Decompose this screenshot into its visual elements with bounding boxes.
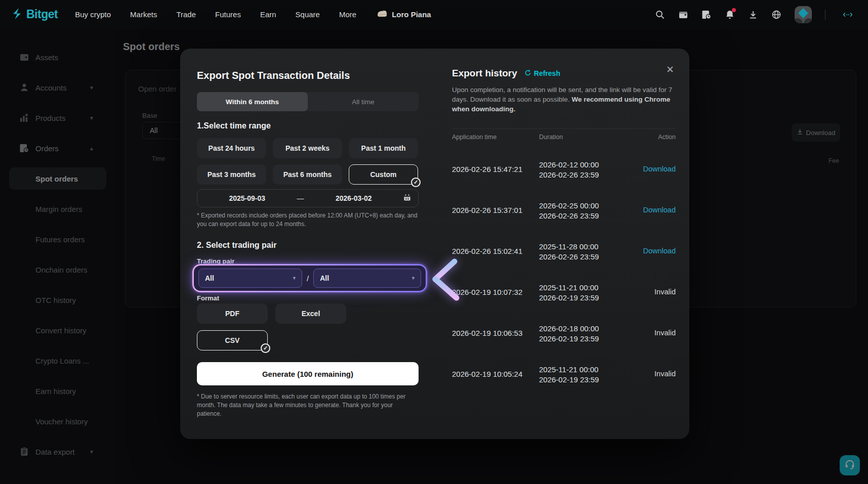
nav-item-more[interactable]: More <box>339 10 356 19</box>
time-scope-tabs: Within 6 months All time <box>197 92 419 111</box>
range-past-1-month[interactable]: Past 1 month <box>349 138 418 158</box>
check-icon: ✓ <box>261 343 270 353</box>
nav-menu: Buy crypto Markets Trade Futures Earn Sq… <box>75 10 356 19</box>
range-past-6-months[interactable]: Past 6 months <box>273 164 342 185</box>
format-excel[interactable]: Excel <box>275 303 346 324</box>
table-row: 2026-02-26 15:02:41 2025-11-28 00:002026… <box>452 241 676 263</box>
invalid-status: Invalid <box>654 329 676 337</box>
avatar[interactable] <box>795 6 812 23</box>
chevron-down-icon: ▼ <box>411 276 416 281</box>
history-title: Export history <box>452 68 517 79</box>
nav-item-trade[interactable]: Trade <box>176 10 196 19</box>
nav-divider <box>825 10 825 20</box>
history-table-header: Application time Duration Action <box>452 134 676 142</box>
generate-button[interactable]: Generate (100 remaining) <box>197 362 419 385</box>
expand-code-icon[interactable] <box>839 10 857 20</box>
time-range-section-title: 1.Select time range <box>197 121 271 130</box>
tab-within-6-months[interactable]: Within 6 months <box>197 92 308 111</box>
notification-dot <box>732 8 736 12</box>
time-range-note: * Exported records include orders placed… <box>197 211 419 229</box>
pair-separator: / <box>307 274 309 283</box>
range-past-24-hours[interactable]: Past 24 hours <box>197 138 266 158</box>
download-link[interactable]: Download <box>643 206 676 214</box>
annotation-arrow-left-icon <box>428 256 479 301</box>
nav-partner-label: Loro Piana <box>392 10 431 19</box>
bitget-logo-text: Bitget <box>26 8 58 21</box>
format-csv[interactable]: CSV ✓ <box>197 330 268 350</box>
calendar-icon <box>403 194 411 203</box>
quota-note: * Due to server resource limits, each us… <box>197 392 419 418</box>
pair-quote-select[interactable]: All ▼ <box>313 269 421 288</box>
avatar-diamond-icon <box>798 8 808 18</box>
wallet-icon[interactable] <box>678 10 688 20</box>
pair-base-select[interactable]: All ▼ <box>198 269 302 288</box>
range-past-3-months[interactable]: Past 3 months <box>197 164 266 185</box>
tab-all-time[interactable]: All time <box>308 92 419 111</box>
notifications-bell-icon[interactable] <box>725 10 735 20</box>
order-history-icon[interactable] <box>701 10 712 20</box>
refresh-icon <box>524 69 531 78</box>
table-row: 2026-02-26 15:47:21 2026-02-12 00:002026… <box>452 159 676 181</box>
date-start: 2025-09-03 <box>197 194 297 202</box>
date-end: 2026-03-02 <box>304 194 404 202</box>
bitget-logo[interactable]: Bitget <box>11 8 58 22</box>
check-icon: ✓ <box>411 178 421 187</box>
table-row: 2026-02-19 10:05:24 2025-11-21 00:002026… <box>452 364 676 386</box>
trading-pair-section-title: 2. Select trading pair <box>197 241 276 250</box>
modal-title: Export Spot Transaction Details <box>197 70 350 81</box>
nav-item-square[interactable]: Square <box>296 10 320 19</box>
download-icon[interactable] <box>748 10 758 20</box>
range-past-2-weeks[interactable]: Past 2 weeks <box>273 138 342 158</box>
invalid-status: Invalid <box>654 288 676 296</box>
invalid-status: Invalid <box>654 370 676 378</box>
download-link[interactable]: Download <box>643 165 676 173</box>
nav-item-markets[interactable]: Markets <box>130 10 157 19</box>
download-link[interactable]: Download <box>643 247 676 255</box>
nav-item-earn[interactable]: Earn <box>260 10 276 19</box>
nav-item-buy-crypto[interactable]: Buy crypto <box>75 10 111 19</box>
language-globe-icon[interactable] <box>771 10 781 20</box>
nav-partner-loro-piana[interactable]: Loro Piana <box>377 10 431 19</box>
trading-pair-highlight: All ▼ / All ▼ <box>192 264 427 292</box>
history-description: Upon completion, a notification will be … <box>452 85 676 114</box>
table-row: 2026-02-26 15:37:01 2026-02-25 00:002026… <box>452 200 676 222</box>
search-icon[interactable] <box>655 10 665 20</box>
nav-right-icons <box>655 6 857 23</box>
export-form: Export Spot Transaction Details Within 6… <box>197 49 419 439</box>
custom-date-range-field[interactable]: 2025-09-03 — 2026-03-02 <box>197 189 419 207</box>
export-modal: ✕ Export Spot Transaction Details Within… <box>180 49 689 439</box>
table-row: 2026-02-19 10:07:32 2025-11-21 00:002026… <box>452 282 676 304</box>
format-pdf[interactable]: PDF <box>197 303 268 324</box>
table-row: 2026-02-19 10:06:53 2026-02-18 00:002026… <box>452 323 676 345</box>
chevron-down-icon: ▼ <box>292 276 297 281</box>
bitget-logo-icon <box>11 8 23 22</box>
format-label: Format <box>197 294 219 302</box>
divider <box>452 128 676 129</box>
export-history: Export history Refresh Upon completion, … <box>452 49 676 439</box>
range-custom[interactable]: Custom ✓ <box>349 164 418 185</box>
top-navbar: Bitget Buy crypto Markets Trade Futures … <box>0 0 868 29</box>
nav-item-futures[interactable]: Futures <box>215 10 241 19</box>
refresh-button[interactable]: Refresh <box>524 69 560 78</box>
loro-piana-icon <box>377 10 388 19</box>
